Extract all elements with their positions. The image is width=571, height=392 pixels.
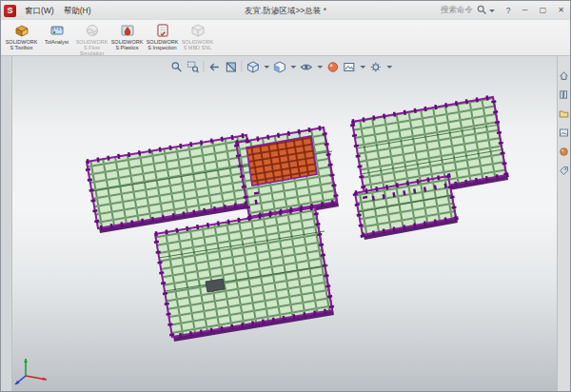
addin-inspection[interactable]: SOLIDWORKS Inspection	[145, 22, 180, 54]
section-view-icon[interactable]	[224, 60, 237, 73]
commandmanager-ribbon: SOLIDWORKS Toolbox TolAnalyst SOLIDWORKS…	[1, 20, 570, 56]
command-search[interactable]: 搜索命令	[441, 5, 495, 17]
search-placeholder[interactable]: 搜索命令	[441, 5, 473, 16]
reference-triad	[12, 351, 54, 387]
solidworks-resources-icon[interactable]	[559, 68, 569, 78]
chevron-down-icon[interactable]	[360, 66, 365, 69]
chevron-down-icon[interactable]	[489, 10, 495, 12]
chevron-down-icon[interactable]	[290, 66, 296, 69]
graphics-area[interactable]	[1, 56, 570, 391]
custom-properties-icon[interactable]	[559, 163, 569, 173]
plastics-icon	[120, 23, 135, 38]
chevron-down-icon[interactable]	[386, 66, 392, 69]
appearances-scenes-icon[interactable]	[559, 144, 569, 154]
chevron-down-icon[interactable]	[264, 66, 269, 69]
headsup-toolbar	[169, 60, 392, 73]
addin-solidworks-toolbox[interactable]: SOLIDWORKS Toolbox	[4, 22, 39, 54]
addin-label: TolAnalyst	[45, 39, 69, 45]
design-library-icon[interactable]	[559, 87, 569, 97]
maximize-button[interactable]: ▢	[534, 1, 552, 20]
zoom-to-area-icon[interactable]	[186, 60, 199, 73]
display-style-icon[interactable]	[272, 60, 286, 73]
model-opening	[206, 279, 225, 292]
minimize-button[interactable]: ─	[516, 1, 534, 20]
model-canvas[interactable]	[1, 56, 571, 392]
help-button[interactable]: ?	[501, 1, 516, 20]
mbd-icon	[190, 23, 206, 38]
model-slabs	[87, 97, 506, 337]
addin-tolanalyst[interactable]: TolAnalyst	[39, 22, 74, 54]
menu-help[interactable]: 帮助(H)	[59, 1, 96, 20]
menu-window[interactable]: 窗口(W)	[20, 1, 59, 20]
addin-label: SOLIDWORKS Toolbox	[4, 39, 39, 50]
edit-appearance-icon[interactable]	[325, 60, 339, 73]
addin-mbd-snl[interactable]: SOLIDWORKS MBD SNL	[180, 22, 215, 54]
task-pane	[557, 56, 570, 391]
view-orientation-icon[interactable]	[246, 60, 259, 73]
hide-show-items-icon[interactable]	[299, 60, 312, 73]
zoom-to-fit-icon[interactable]	[169, 60, 183, 73]
titlebar: S 窗口(W) 帮助(H) 友宜.防渗区域>>总装 * 搜索命令 ? ─ ▢ ✕	[1, 1, 570, 21]
view-settings-icon[interactable]	[368, 60, 382, 73]
toolbox-icon	[14, 23, 30, 38]
inspection-icon	[155, 23, 170, 38]
addin-label: SOLIDWORKS Plastics	[109, 39, 145, 50]
tolanalyst-icon	[49, 23, 65, 38]
addin-label: SOLIDWORKS Inspection	[145, 39, 180, 50]
flow-simulation-icon	[85, 23, 100, 38]
featuremanager-collapsed-strip[interactable]	[1, 56, 12, 391]
apply-scene-icon[interactable]	[342, 60, 355, 73]
toolbar-separator	[241, 61, 242, 72]
previous-view-icon[interactable]	[207, 60, 221, 73]
view-palette-icon[interactable]	[559, 125, 569, 135]
search-icon[interactable]	[477, 5, 487, 17]
addin-label: SOLIDWORKS Flow Simulation	[74, 39, 109, 56]
addin-plastics[interactable]: SOLIDWORKS Plastics	[109, 22, 145, 54]
chevron-down-icon[interactable]	[317, 66, 323, 69]
file-explorer-icon[interactable]	[559, 106, 569, 116]
toolbar-separator	[203, 61, 204, 72]
addin-flow-simulation[interactable]: SOLIDWORKS Flow Simulation	[74, 22, 109, 54]
solidworks-window: S 窗口(W) 帮助(H) 友宜.防渗区域>>总装 * 搜索命令 ? ─ ▢ ✕…	[0, 0, 571, 392]
close-button[interactable]: ✕	[552, 1, 570, 20]
titlebar-right: 搜索命令 ? ─ ▢ ✕	[441, 1, 570, 20]
solidworks-logo-icon[interactable]: S	[4, 5, 16, 17]
addin-label: SOLIDWORKS MBD SNL	[180, 39, 215, 50]
